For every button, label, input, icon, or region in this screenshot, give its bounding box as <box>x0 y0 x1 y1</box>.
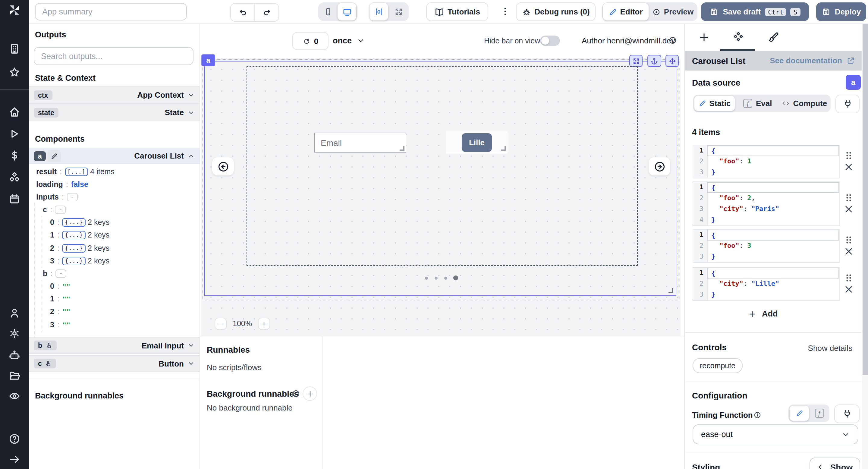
carousel-dot-2[interactable] <box>435 277 438 280</box>
carousel-dot-3[interactable] <box>444 277 447 280</box>
carousel-prev-button[interactable] <box>212 157 234 176</box>
tree-row-0[interactable]: 0:"" <box>50 281 70 292</box>
tree-row-1[interactable]: 1:{...}2 keys <box>50 230 110 241</box>
search-outputs-input[interactable] <box>34 47 193 65</box>
center-layout-button[interactable] <box>370 3 388 21</box>
tree-row-0[interactable]: 0:{...}2 keys <box>50 217 110 228</box>
tree-row-2[interactable]: 2:{...}2 keys <box>50 243 110 254</box>
recompute-button[interactable]: recompute <box>692 358 743 373</box>
component-id-badge[interactable]: a <box>201 54 215 66</box>
info-icon[interactable] <box>753 411 761 419</box>
item-editor-2[interactable]: 1{2 "foo": 2,3 "city": "Paris"4} <box>692 182 840 226</box>
tree-row-result[interactable]: result:[...]4 items <box>36 166 115 177</box>
boxes-icon[interactable] <box>8 171 21 183</box>
frequency-dropdown[interactable]: once <box>333 36 364 45</box>
eval-mode-button[interactable]: f Eval <box>743 99 772 108</box>
component-resize-handle[interactable] <box>669 288 673 293</box>
see-documentation-link[interactable]: See documentation <box>770 56 855 65</box>
info-icon[interactable] <box>292 389 300 398</box>
resize-handle[interactable] <box>400 146 404 151</box>
email-input-row[interactable]: b Email Input <box>29 337 199 354</box>
item-editor-3[interactable]: 1{2 "foo": 33} <box>692 229 840 263</box>
tree-row-2[interactable]: 2:"" <box>50 306 70 317</box>
anchor-component-button[interactable] <box>647 55 661 67</box>
user-icon[interactable] <box>8 307 21 319</box>
play-icon[interactable] <box>8 128 21 140</box>
home-icon[interactable] <box>8 106 21 118</box>
connect-plug-button[interactable] <box>835 95 860 113</box>
more-menu-icon[interactable] <box>500 7 510 16</box>
deploy-button[interactable]: Deploy <box>816 2 866 21</box>
tree-row-inputs[interactable]: inputs:- <box>36 192 78 202</box>
hide-bar-toggle[interactable] <box>540 36 560 46</box>
delete-item-icon[interactable] <box>844 285 853 293</box>
static-mode-button[interactable]: Static <box>694 96 735 111</box>
app-canvas[interactable]: a Email Lille <box>201 59 681 336</box>
tree-row-3[interactable]: 3:"" <box>50 319 70 330</box>
app-summary-input[interactable] <box>35 3 187 21</box>
zoom-out-button[interactable]: − <box>215 318 227 330</box>
debug-runs-button[interactable]: Debug runs (0) <box>516 2 595 21</box>
styling-show-button[interactable]: Show <box>809 458 860 469</box>
compute-mode-button[interactable]: Compute <box>782 99 827 108</box>
drag-handle-icon[interactable] <box>844 236 853 244</box>
drag-handle-icon[interactable] <box>844 193 853 202</box>
show-details-link[interactable]: Show details <box>808 344 852 353</box>
insert-component-tab[interactable] <box>699 32 710 43</box>
component-settings-tab[interactable] <box>733 31 744 43</box>
scrollbar-track[interactable] <box>862 24 868 469</box>
help-circle-icon[interactable] <box>8 433 21 445</box>
add-item-button[interactable]: Add <box>748 309 778 318</box>
building-icon[interactable] <box>8 43 21 55</box>
delete-item-icon[interactable] <box>844 205 853 213</box>
drag-handle-icon[interactable] <box>844 151 853 160</box>
bot-icon[interactable] <box>8 349 21 361</box>
tree-row-c[interactable]: c:- <box>43 205 66 215</box>
resize-handle[interactable] <box>501 146 506 151</box>
edit-id-button[interactable] <box>48 150 61 162</box>
star-icon[interactable] <box>8 66 21 79</box>
info-icon[interactable] <box>669 36 677 44</box>
lille-button[interactable]: Lille <box>462 133 492 152</box>
expand-component-button[interactable] <box>629 55 643 67</box>
folder-open-icon[interactable] <box>8 370 21 382</box>
refresh-counter-button[interactable]: 0 <box>292 32 329 50</box>
redo-button[interactable] <box>255 4 278 21</box>
fullwidth-layout-button[interactable] <box>388 7 409 16</box>
scrollbar-thumb[interactable] <box>863 24 868 375</box>
state-row[interactable]: state State <box>29 104 199 121</box>
preview-tab[interactable]: Preview <box>649 7 698 16</box>
add-background-runnable-button[interactable] <box>303 386 317 401</box>
windmill-logo-icon[interactable] <box>8 4 21 17</box>
item-editor-4[interactable]: 1{2 "city": "Lille"3} <box>692 267 840 301</box>
gear-icon[interactable] <box>8 327 21 339</box>
undo-button[interactable] <box>231 4 255 21</box>
tutorials-button[interactable]: Tutorials <box>426 2 488 21</box>
delete-item-icon[interactable] <box>844 247 853 256</box>
zoom-in-button[interactable]: + <box>258 318 270 330</box>
mobile-view-button[interactable] <box>318 7 338 16</box>
timing-eval-button[interactable]: f <box>809 409 830 418</box>
button-row[interactable]: c Button <box>29 355 199 372</box>
carousel-component-row[interactable]: a Carousel List <box>29 148 199 164</box>
tree-row-1[interactable]: 1:"" <box>50 293 70 305</box>
timing-function-select[interactable]: ease-out <box>692 425 858 444</box>
save-draft-button[interactable]: Save draft Ctrl S <box>701 2 809 21</box>
arrow-right-icon[interactable] <box>8 453 21 465</box>
tree-row-b[interactable]: b:- <box>43 268 66 279</box>
timing-plug-button[interactable] <box>834 405 860 423</box>
styling-tab[interactable] <box>768 31 779 43</box>
desktop-view-button[interactable] <box>338 3 356 21</box>
carousel-dot-4-active[interactable] <box>453 276 458 280</box>
calendar-icon[interactable] <box>8 193 21 205</box>
eye-icon[interactable] <box>8 390 21 402</box>
carousel-dot-1[interactable] <box>425 277 428 280</box>
tree-row-loading[interactable]: loading:false <box>36 179 88 190</box>
timing-static-button[interactable] <box>789 406 809 421</box>
carousel-next-button[interactable] <box>649 157 670 176</box>
delete-item-icon[interactable] <box>844 163 853 171</box>
item-editor-1[interactable]: 1{2 "foo": 13} <box>692 145 840 179</box>
move-component-button[interactable] <box>665 55 679 67</box>
tree-row-3[interactable]: 3:{...}2 keys <box>50 256 110 267</box>
ctx-row[interactable]: ctx App Context <box>29 86 199 104</box>
